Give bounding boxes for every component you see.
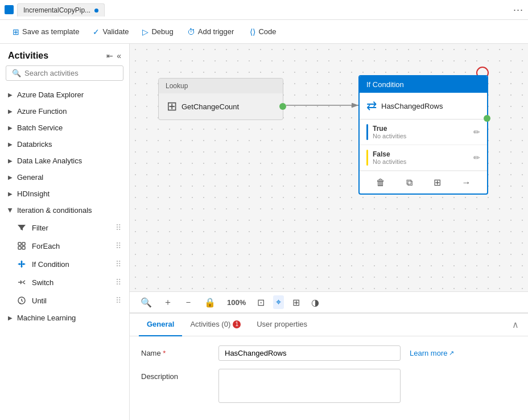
- svg-rect-0: [18, 242, 21, 245]
- sidebar-item-batch-service[interactable]: ▶ Batch Service: [0, 120, 129, 136]
- sidebar-item-filter[interactable]: Filter ⠿: [0, 219, 129, 237]
- code-button[interactable]: ⟨⟩ Code: [244, 24, 282, 39]
- true-branch-indicator: [366, 124, 368, 140]
- save-template-button[interactable]: ⊞ Save as template: [7, 24, 85, 39]
- if-card-activity: ⇄ HasChangedRows: [360, 93, 487, 120]
- more-options[interactable]: ···: [513, 4, 523, 16]
- chevron-down-icon: ▶: [7, 208, 14, 213]
- output-connector[interactable]: [279, 103, 286, 110]
- delete-button[interactable]: 🗑: [373, 176, 389, 189]
- sidebar-item-machine-learning[interactable]: ▶ Machine Learning: [0, 310, 129, 326]
- main-layout: Activities ⇤ « 🔍 ▶ Azure Data Explorer ▶…: [0, 44, 528, 420]
- sidebar-title: Activities: [8, 51, 48, 61]
- sidebar-item-azure-data-explorer[interactable]: ▶ Azure Data Explorer: [0, 87, 129, 103]
- canvas-area: Lookup ⊞ GetChangeCount If Condition ⇄ H…: [130, 44, 528, 420]
- svg-rect-2: [18, 246, 21, 249]
- canvas-main[interactable]: Lookup ⊞ GetChangeCount If Condition ⇄ H…: [130, 44, 528, 291]
- chevron-right-icon: ▶: [8, 315, 13, 321]
- false-branch[interactable]: False No activities ✏: [360, 145, 487, 171]
- false-branch-indicator: [366, 150, 368, 166]
- description-input[interactable]: [218, 369, 401, 403]
- sidebar-item-azure-function[interactable]: ▶ Azure Function: [0, 103, 129, 120]
- save-template-icon: ⊞: [13, 27, 19, 36]
- chevron-right-icon: ▶: [8, 191, 13, 197]
- remove-node-button[interactable]: －: [181, 295, 196, 310]
- code-icon: ⟨⟩: [250, 27, 255, 36]
- svg-rect-3: [22, 246, 25, 249]
- debug-button[interactable]: ▷ Debug: [137, 24, 179, 39]
- tab-user-properties[interactable]: User properties: [249, 314, 315, 336]
- if-condition-icon: [16, 258, 27, 270]
- learn-more-link[interactable]: Learn more ↗: [410, 345, 454, 357]
- contrast-button[interactable]: ◑: [308, 295, 322, 310]
- true-branch-sub: No activities: [373, 133, 469, 139]
- if-card-header: If Condition: [360, 76, 487, 93]
- search-input[interactable]: [24, 69, 117, 77]
- until-icon: [16, 295, 27, 306]
- add-activity-button[interactable]: →: [459, 176, 475, 189]
- name-row: Name * Learn more ↗: [141, 345, 517, 361]
- minimize-icon[interactable]: «: [117, 51, 121, 60]
- validate-button[interactable]: ✓ Validate: [87, 24, 134, 39]
- clone-button[interactable]: ⊞: [430, 176, 444, 189]
- drag-handle-icon: ⠿: [116, 278, 121, 287]
- debug-label: Debug: [151, 27, 173, 36]
- description-label: Description: [141, 369, 209, 381]
- search-canvas-button[interactable]: 🔍: [138, 295, 155, 310]
- save-template-label: Save as template: [22, 27, 79, 36]
- sidebar-item-switch[interactable]: Switch ⠿: [0, 273, 129, 291]
- sidebar-item-data-lake-analytics[interactable]: ▶ Data Lake Analytics: [0, 153, 129, 169]
- chevron-right-icon: ▶: [8, 141, 13, 147]
- true-branch-label: True: [373, 125, 469, 133]
- sidebar-item-foreach[interactable]: ForEach ⠿: [0, 237, 129, 255]
- modified-dot: [94, 9, 98, 13]
- false-branch-edit-icon[interactable]: ✏: [473, 153, 480, 162]
- tab-activities[interactable]: Activities (0) 1: [182, 314, 249, 336]
- sidebar-item-iteration-conditionals[interactable]: ▶ Iteration & conditionals: [0, 202, 129, 219]
- add-trigger-icon: ⏱: [187, 27, 195, 36]
- collapse-icon[interactable]: ⇤: [106, 51, 113, 60]
- pipeline-name: IncrementalCopyPip...: [23, 6, 90, 14]
- lock-button[interactable]: 🔒: [201, 295, 218, 310]
- output-connector-right[interactable]: [484, 115, 490, 122]
- filter-icon: [16, 222, 27, 233]
- sidebar: Activities ⇤ « 🔍 ▶ Azure Data Explorer ▶…: [0, 44, 130, 420]
- false-branch-label: False: [373, 150, 469, 158]
- tab-general[interactable]: General: [139, 314, 182, 336]
- if-card-footer: 🗑 ⧉ ⊞ →: [360, 171, 487, 193]
- copy-button[interactable]: ⧉: [403, 176, 416, 189]
- bottom-panel: General Activities (0) 1 User properties…: [130, 313, 528, 420]
- panel-close-button[interactable]: ∧: [512, 319, 519, 330]
- sidebar-item-databricks[interactable]: ▶ Databricks: [0, 136, 129, 153]
- add-trigger-button[interactable]: ⏱ Add trigger: [182, 24, 240, 39]
- lookup-card-header: Lookup: [159, 79, 283, 93]
- sidebar-item-until[interactable]: Until ⠿: [0, 291, 129, 310]
- lookup-activity-icon: ⊞: [167, 99, 177, 114]
- lookup-card-body: ⊞ GetChangeCount: [159, 93, 283, 120]
- add-trigger-label: Add trigger: [198, 27, 234, 36]
- title-bar: IncrementalCopyPip... ···: [0, 0, 528, 20]
- switch-icon: [16, 277, 27, 288]
- expand-button[interactable]: ⊞: [290, 295, 303, 310]
- sidebar-item-general[interactable]: ▶ General: [0, 169, 129, 186]
- tab-title[interactable]: IncrementalCopyPip...: [17, 3, 105, 17]
- true-branch-edit-icon[interactable]: ✏: [473, 127, 480, 137]
- true-branch[interactable]: True No activities ✏: [360, 120, 487, 145]
- name-label: Name *: [141, 345, 209, 357]
- foreach-icon: [16, 240, 27, 252]
- app-icon: [5, 5, 14, 14]
- sidebar-item-hdinsight[interactable]: ▶ HDInsight: [0, 186, 129, 202]
- validate-icon: ✓: [93, 27, 100, 36]
- fit-view-button[interactable]: 100%: [224, 297, 249, 308]
- fit-canvas-button[interactable]: ⊡: [254, 295, 267, 310]
- search-box: 🔍: [6, 65, 123, 81]
- if-condition-card[interactable]: If Condition ⇄ HasChangedRows True No ac…: [358, 75, 488, 195]
- toolbar: ⊞ Save as template ✓ Validate ▷ Debug ⏱ …: [0, 20, 528, 44]
- name-input[interactable]: [218, 345, 401, 361]
- select-tool-button[interactable]: ⌖: [273, 295, 284, 309]
- sidebar-item-if-condition[interactable]: If Condition ⠿: [0, 255, 129, 273]
- required-indicator: *: [163, 349, 166, 357]
- code-label: Code: [258, 27, 276, 36]
- lookup-card[interactable]: Lookup ⊞ GetChangeCount: [158, 78, 283, 120]
- add-node-button[interactable]: ＋: [160, 295, 175, 310]
